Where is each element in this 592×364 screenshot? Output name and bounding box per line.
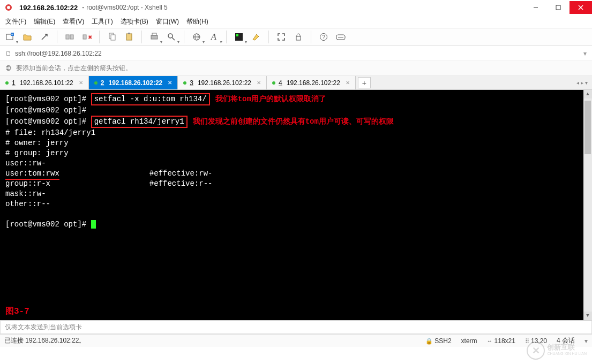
- svg-rect-11: [83, 35, 86, 39]
- fullscreen-icon[interactable]: [274, 30, 288, 44]
- disconnect-icon[interactable]: ✖: [80, 30, 94, 44]
- tab-add-button[interactable]: +: [358, 77, 371, 88]
- annotation-2: 我们发现之前创建的文件仍然具有tom用户可读、可写的权限: [193, 117, 394, 126]
- tab-scroll-controls[interactable]: ◂ ▸ ▾: [576, 76, 592, 89]
- cursor: [91, 220, 96, 229]
- status-connection: 已连接 192.168.26.102:22。: [4, 336, 85, 345]
- compose-bar[interactable]: 仅将文本发送到当前选项卡: [0, 320, 592, 334]
- status-size: ↔118x21: [487, 337, 515, 345]
- toolbar: +▾ ✖ ▾ ▾ ▾ A▾ ▾ ?: [0, 28, 592, 46]
- search-icon[interactable]: ▾: [164, 30, 178, 44]
- close-button[interactable]: [569, 1, 592, 14]
- svg-rect-16: [128, 33, 130, 34]
- tab-label: 192.168.26.102:22: [108, 79, 162, 87]
- command-1: setfacl -x d:u:tom rh134/: [91, 93, 210, 105]
- line-user-tom: user:tom:rwx: [5, 169, 59, 179]
- address-lock-icon: 🗋: [5, 50, 12, 57]
- lock-icon: 🔒: [425, 338, 433, 344]
- annotation-1: 我们将tom用户的默认权限取消了: [215, 95, 326, 103]
- tab-close-icon[interactable]: ✕: [257, 80, 261, 86]
- session-tab-1[interactable]: 1 192.168.26.101:22 ✕: [0, 76, 89, 89]
- compose-bar-icon[interactable]: [334, 30, 348, 44]
- title-bar: 192.168.26.102:22 - root@vms002:/opt - X…: [0, 0, 592, 15]
- title-suffix: root@vms002:/opt - Xshell 5: [86, 4, 168, 11]
- tab-close-icon[interactable]: ✕: [346, 80, 350, 86]
- maximize-button[interactable]: [547, 1, 569, 14]
- globe-icon[interactable]: ▾: [190, 30, 204, 44]
- svg-rect-17: [151, 35, 158, 39]
- line-owner: # owner: jerry: [5, 139, 69, 147]
- svg-point-1: [7, 6, 10, 9]
- address-url[interactable]: ssh://root@192.168.26.102:22: [15, 50, 580, 57]
- tab-close-icon[interactable]: ✕: [168, 80, 172, 86]
- highlight-icon[interactable]: [249, 30, 263, 44]
- line-other: other::r--: [5, 200, 50, 208]
- help-icon[interactable]: ?: [317, 30, 331, 44]
- terminal[interactable]: [root@vms002 opt]# setfacl -x d:u:tom rh…: [0, 90, 592, 320]
- open-session-icon[interactable]: [20, 30, 34, 44]
- line-group-rx: group::r-x: [5, 179, 50, 188]
- tab-number: 4: [279, 79, 282, 87]
- compose-placeholder: 仅将文本发送到当前选项卡: [5, 323, 82, 332]
- menu-bar: 文件(F) 编辑(E) 查看(V) 工具(T) 选项卡(B) 窗口(W) 帮助(…: [0, 15, 592, 28]
- color-scheme-icon[interactable]: ▾: [232, 30, 246, 44]
- scroll-thumb[interactable]: [584, 101, 591, 154]
- address-bar: 🗋 ssh://root@192.168.26.102:22 ▾: [0, 46, 592, 61]
- session-tab-2[interactable]: 2 192.168.26.102:22 ✕: [89, 76, 178, 89]
- menu-file[interactable]: 文件(F): [5, 17, 26, 26]
- menu-tab[interactable]: 选项卡(B): [121, 17, 148, 26]
- copy-icon[interactable]: [105, 30, 119, 44]
- new-session-icon[interactable]: +▾: [3, 30, 17, 44]
- prompt: [root@vms002 opt]#: [5, 106, 86, 115]
- svg-rect-3: [556, 5, 560, 10]
- line-file: # file: rh134/jerry1: [5, 128, 95, 137]
- menu-window[interactable]: 窗口(W): [156, 17, 179, 26]
- scroll-down-icon[interactable]: ▼: [583, 312, 592, 320]
- address-dropdown-icon[interactable]: ▾: [583, 50, 587, 57]
- app-icon: [4, 3, 13, 12]
- prompt: [root@vms002 opt]#: [5, 220, 86, 229]
- line-group: # group: jerry: [5, 149, 69, 157]
- status-ssh: 🔒SSH2: [425, 337, 451, 345]
- tab-label: 192.168.26.102:22: [287, 79, 340, 87]
- terminal-scrollbar[interactable]: ▲ ▼: [583, 90, 592, 320]
- tab-number: 1: [12, 79, 16, 87]
- svg-rect-14: [111, 35, 115, 40]
- tab-close-icon[interactable]: ✕: [79, 80, 83, 86]
- tip-arrow-icon[interactable]: ⮊: [5, 65, 12, 72]
- line-user-rw: user::rw-: [5, 159, 46, 168]
- minimize-button[interactable]: [524, 1, 547, 14]
- line-effective-2: #effective:r--: [149, 179, 213, 188]
- tab-status-dot: [183, 81, 186, 85]
- title-dash: -: [82, 4, 84, 11]
- command-2: getfacl rh134/jerry1: [91, 116, 188, 128]
- status-sessions: 4 会话: [557, 336, 575, 345]
- font-icon[interactable]: A▾: [207, 30, 221, 44]
- lock-icon[interactable]: [291, 30, 305, 44]
- svg-point-19: [168, 34, 173, 38]
- print-icon[interactable]: ▾: [147, 30, 161, 44]
- svg-line-20: [172, 37, 175, 40]
- tab-status-dot: [272, 81, 275, 85]
- svg-rect-26: [296, 36, 301, 40]
- tab-status-dot: [94, 81, 98, 85]
- quick-connect-icon[interactable]: [38, 30, 51, 44]
- status-dropdown-icon[interactable]: ▾: [584, 337, 588, 345]
- menu-tools[interactable]: 工具(T): [92, 17, 113, 26]
- menu-view[interactable]: 查看(V): [63, 17, 84, 26]
- status-bar: 已连接 192.168.26.102:22。 🔒SSH2 xterm ↔118x…: [0, 334, 592, 347]
- menu-help[interactable]: 帮助(H): [186, 17, 208, 26]
- session-tab-4[interactable]: 4 192.168.26.102:22 ✕: [267, 76, 356, 89]
- reconnect-icon[interactable]: [63, 30, 77, 44]
- svg-rect-15: [126, 34, 132, 40]
- prompt: [root@vms002 opt]#: [5, 95, 86, 103]
- status-pos: ⠿13,20: [525, 337, 547, 345]
- menu-edit[interactable]: 编辑(E): [34, 17, 55, 26]
- svg-rect-10: [70, 35, 73, 39]
- scroll-up-icon[interactable]: ▲: [583, 90, 592, 98]
- pos-icon: ⠿: [525, 338, 529, 344]
- svg-text:✖: ✖: [88, 34, 92, 40]
- svg-rect-18: [152, 33, 156, 35]
- session-tab-3[interactable]: 3 192.168.26.102:22 ✕: [178, 76, 267, 89]
- paste-icon[interactable]: [122, 30, 136, 44]
